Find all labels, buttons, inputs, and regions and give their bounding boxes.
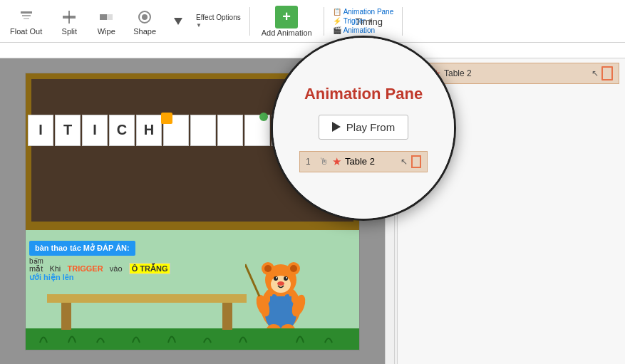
desk [47,287,247,330]
svg-rect-31 [26,328,360,350]
svg-rect-13 [272,294,277,303]
ribbon-dropdown[interactable] [169,14,187,29]
svg-rect-33 [61,303,71,330]
effect-options[interactable]: Effect Options ▼ [196,13,241,29]
svg-point-21 [274,276,278,281]
magnifier-play-from-label: Play From [346,121,395,133]
svg-rect-0 [21,11,32,14]
float-out-label: Float Out [10,27,42,36]
animation-icon: 🎬 [333,26,341,34]
add-animation-button[interactable]: + Add Animation [259,4,315,38]
shape-icon [135,7,155,27]
result-label: ưới hiện lên [29,273,74,281]
magnifier-rect-icon [411,155,421,168]
trigger-word: TRIGGER [67,264,103,273]
magnifier-item-label: Table 2 [345,156,397,167]
svg-rect-1 [22,15,31,16]
float-out-icon [16,7,36,27]
add-animation-label: Add Animation [262,28,312,37]
svg-point-18 [264,265,272,272]
svg-point-25 [277,281,284,286]
svg-point-22 [284,276,288,281]
result-text: ưới hiện lên [29,273,74,282]
magnifier-star-icon: ★ [332,155,341,168]
shape-label: Shape [133,27,156,36]
letter-cell-t: T [55,115,81,146]
green-dot [259,113,268,121]
svg-rect-14 [285,294,289,303]
letter-cell-empty3 [217,115,243,146]
trigger-icon: ⚡ [333,17,341,25]
magnifier-trigger-icon: 🖱 [319,156,329,167]
timing-label: Timing [355,16,383,27]
ribbon-divider-1 [249,7,250,36]
magnifier-anim-number: 1 [306,157,316,167]
magnifier-title: Animation Pane [304,85,423,103]
add-animation-icon: + [275,6,298,28]
wipe-icon [96,7,116,27]
letter-cell-h: H [136,115,162,146]
anim-item-label: Table 2 [444,68,589,78]
bear-character [245,243,316,336]
rect-icon [601,66,613,80]
magnifier-animation-item[interactable]: 1 🖱 ★ Table 2 ↖ [299,151,428,172]
o-trang-word: Ô TRẮNG [129,263,171,274]
letter-cell-i2: I [82,115,108,146]
split-label: Split [62,27,77,36]
step-khi: Khi [49,264,61,273]
svg-rect-2 [24,18,29,19]
step-mat: mắt [29,264,43,273]
svg-rect-5 [100,14,107,20]
magnifier-play-triangle-icon [332,122,341,132]
instruction-box: bàn thao tác Mở ĐÁP ÁN: [29,241,135,256]
cursor-icon: ↖ [592,68,599,78]
ribbon-divider-2 [324,7,324,36]
magnifier-play-from-button[interactable]: Play From [319,115,408,140]
ribbon-divider-3 [402,7,403,36]
ribbon-float-out[interactable]: Float Out [6,6,46,37]
ribbon-wipe[interactable]: Wipe [92,6,120,37]
svg-point-8 [142,14,148,20]
format-bar-text [3,46,5,54]
ribbon-split[interactable]: Split [55,6,83,37]
effect-label: Effect Options [196,13,241,22]
svg-rect-34 [222,303,232,330]
svg-rect-32 [47,294,247,303]
svg-line-28 [245,264,259,296]
split-icon [59,7,79,27]
animation-pane-icon: 📋 [333,8,341,16]
wipe-label: Wipe [98,27,115,36]
grass [26,328,359,350]
svg-point-24 [286,277,287,279]
letter-cell-c: C [109,115,135,146]
svg-point-23 [276,277,277,279]
ribbon: Float Out Split Wipe Shape Effect Option… [0,0,625,43]
magnifier-cursor-icon: ↖ [401,157,408,167]
letter-cell-empty2 [190,115,216,146]
orange-marker [161,113,172,124]
svg-point-19 [290,265,297,272]
instruction-text: bàn thao tác Mở ĐÁP ÁN: [35,244,130,252]
effect-dropdown-arrow: ▼ [196,22,241,29]
svg-marker-9 [174,18,182,25]
magnifier-content: Animation Pane Play From 1 🖱 ★ Table 2 ↖ [273,38,454,219]
magnifier-overlay: Animation Pane Play From 1 🖱 ★ Table 2 ↖ [271,36,456,221]
step-vao: vào [110,264,123,273]
letter-cell-i: I [28,115,53,146]
svg-rect-6 [107,14,113,20]
ribbon-shape[interactable]: Shape [129,6,160,37]
